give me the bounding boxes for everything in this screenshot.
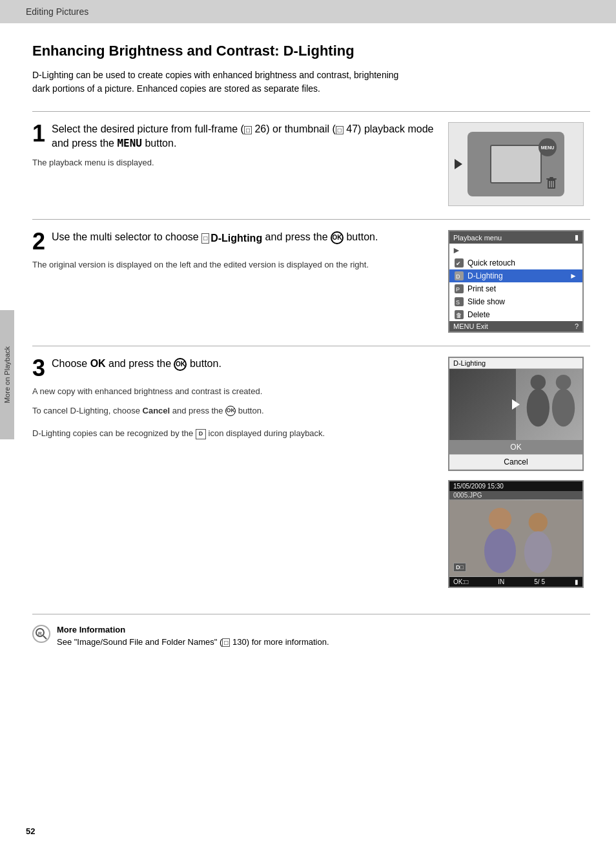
magnifier-icon: R [35, 627, 48, 640]
dlighting-ok-btn[interactable]: OK [449, 440, 582, 455]
cursor-icon: ► [452, 245, 461, 255]
dlighting-arrow-icon: ► [570, 271, 577, 280]
menu-button-label: MENU [117, 137, 142, 149]
slide-show-icon: S [455, 297, 464, 306]
svg-text:P: P [456, 286, 460, 293]
side-tab-label: More on Playback [3, 346, 11, 403]
dlighting-cancel-btn[interactable]: Cancel [449, 455, 582, 470]
menu-item-label-dlighting: D-Lighting [467, 271, 503, 280]
menu-item-dlighting[interactable]: D D-Lighting ► [449, 269, 582, 282]
step-3-sub1: A new copy with enhanced brightness and … [32, 385, 435, 398]
playback-image-area: D□ [449, 499, 582, 577]
dlighting-copy-icon: D [196, 429, 206, 439]
step-1-section: 1 Select the desired picture from full-f… [32, 111, 590, 206]
svg-text:D: D [456, 273, 460, 280]
step-2-text: Use the multi selector to choose □ D-Lig… [52, 231, 378, 242]
svg-text:R: R [38, 631, 42, 636]
step-2-section: 2 Use the multi selector to choose □ D-L… [32, 219, 590, 333]
side-tab: More on Playback [0, 310, 14, 439]
step-2-left: 2 Use the multi selector to choose □ D-L… [32, 230, 435, 271]
ok-circle-step3: OK [174, 358, 187, 371]
step-3-section: 3 Choose OK and press the OK button. A n… [32, 346, 590, 588]
playback-filename: 0005.JPG [453, 492, 482, 499]
menu-item-label-quick-retouch: Quick retouch [467, 258, 515, 267]
playback-in-label: IN [498, 578, 504, 585]
step-2-sub: The original version is displayed on the… [32, 258, 435, 271]
dlighting-choice: □ D-Lighting [201, 231, 262, 246]
step-1-text: Select the desired picture from full-fra… [52, 123, 433, 149]
step-3-sub3: D-Lighting copies can be recognized by t… [32, 427, 435, 440]
menu-item-print-set[interactable]: P Print set [449, 282, 582, 295]
dlighting-screenshot: D-Lighting [448, 357, 584, 471]
playback-top-bar: 15/05/2009 15:30 [449, 481, 582, 491]
svg-point-17 [527, 388, 549, 426]
dlighting-arrow [512, 399, 520, 410]
quick-retouch-icon: ✔ [455, 258, 464, 267]
info-icon: R [32, 625, 50, 643]
playback-photo-svg [449, 499, 582, 577]
page-title: Enhancing Brightness and Contrast: D-Lig… [32, 43, 590, 59]
intro-text: D-Lighting can be used to create copies … [32, 68, 407, 96]
svg-rect-2 [549, 177, 553, 178]
menu-cursor-row: ► [449, 244, 582, 257]
dlighting-left-image [449, 369, 516, 440]
step-1-right: MENU [448, 122, 590, 206]
playback-battery-icon: ▮ [575, 578, 579, 585]
menu-btn-label: MENU [541, 145, 555, 150]
dlighting-arrow-right [512, 399, 520, 410]
svg-rect-1 [546, 178, 557, 180]
svg-point-18 [556, 375, 571, 390]
delete-icon: 🗑 [455, 310, 464, 319]
playback-menu-screenshot: Playback menu ▮ ► ✔ Quick retouch D D-Li… [448, 230, 584, 333]
bottom-info-area: R More Information See "Image/Sound File… [32, 614, 590, 647]
page-ref-26: □ [244, 126, 252, 134]
dlighting-right-image [516, 369, 582, 440]
step-1-number: 1 [32, 122, 45, 145]
step-3-heading: 3 Choose OK and press the OK button. [32, 357, 435, 380]
menu-item-label-slide-show: Slide show [467, 297, 505, 306]
menu-item-slide-show[interactable]: S Slide show [449, 295, 582, 308]
arrow-right-icon [455, 159, 462, 169]
step-3-right: D-Lighting [448, 357, 590, 588]
step-2-heading: 2 Use the multi selector to choose □ D-L… [32, 230, 435, 253]
menu-title-bar: Playback menu ▮ [449, 231, 582, 244]
svg-text:🗑: 🗑 [456, 312, 462, 319]
info-content: More Information See "Image/Sound File a… [57, 625, 329, 647]
menu-item-delete[interactable]: 🗑 Delete [449, 308, 582, 321]
playback-filename-bar: 0005.JPG [449, 491, 582, 499]
trash-icon [545, 176, 558, 190]
ok-label: OK [90, 358, 106, 369]
step-3-sub2: To cancel D-Lighting, choose Cancel and … [32, 404, 435, 417]
ok-circle-cancel: OK [225, 406, 236, 416]
dlighting-overlay-icon: D□ [453, 563, 466, 572]
arrow-indicator [455, 159, 462, 169]
svg-rect-25 [449, 500, 582, 576]
playback-counter: 5/ 5 [534, 578, 545, 585]
svg-text:✔: ✔ [456, 260, 461, 267]
more-info-heading: More Information [57, 625, 329, 634]
menu-footer: MENU Exit ? [449, 321, 582, 331]
bottom-info: R More Information See "Image/Sound File… [32, 614, 590, 647]
menu-button-area: MENU [539, 138, 557, 156]
menu-footer-text: MENU Exit [453, 322, 488, 330]
svg-line-27 [43, 636, 46, 639]
dlighting-label: D-Lighting [210, 231, 262, 246]
menu-item-label-print-set: Print set [467, 284, 496, 293]
header-bar: Editing Pictures [0, 0, 616, 23]
dlighting-buttons: OK Cancel [449, 440, 582, 470]
cancel-label-inline: Cancel [143, 406, 170, 415]
menu-bar-icon: ▮ [575, 233, 579, 242]
menu-title: Playback menu [453, 234, 502, 242]
camera-body: MENU [467, 132, 564, 196]
menu-item-label-delete: Delete [467, 310, 490, 319]
step-3-text: Choose OK and press the OK button. [52, 358, 221, 369]
people-silhouette-svg [516, 369, 582, 440]
menu-item-quick-retouch[interactable]: ✔ Quick retouch [449, 257, 582, 269]
step-1-sub: The playback menu is displayed. [32, 156, 435, 169]
playback-bottom: OK:□ IN 5/ 5 ▮ [449, 577, 582, 587]
page-number: 52 [26, 826, 35, 836]
more-info-text: See "Image/Sound File and Folder Names" … [57, 637, 329, 647]
svg-point-16 [531, 375, 546, 390]
print-set-icon: P [455, 284, 464, 293]
menu-help-icon: ? [575, 322, 579, 330]
